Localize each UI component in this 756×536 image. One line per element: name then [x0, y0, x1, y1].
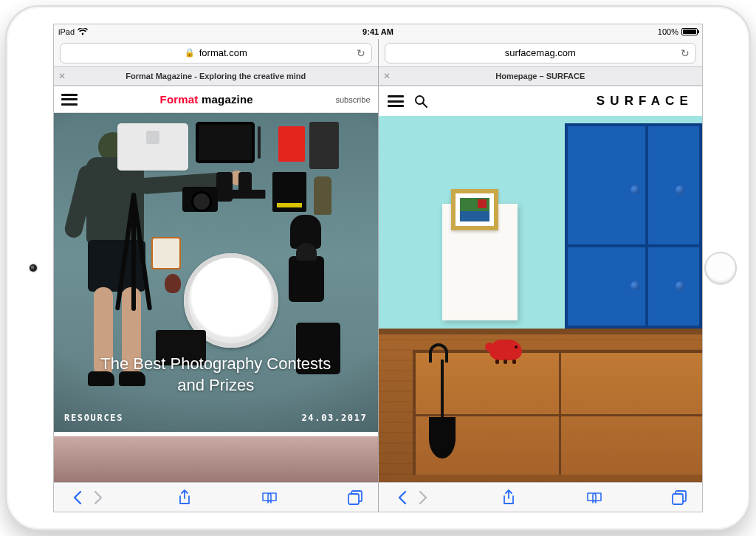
share-icon[interactable] [498, 489, 520, 506]
ipad-device-frame: iPad 9:41 AM 100% 🔒 format.com ↻ [5, 5, 751, 531]
bookmarks-icon[interactable] [258, 491, 281, 504]
site-logo[interactable]: Format magazine [78, 93, 335, 106]
battery-icon [681, 28, 698, 35]
menu-icon[interactable] [61, 94, 78, 106]
hero-cabinet [565, 123, 702, 329]
hero-category: RESOURCES [64, 413, 123, 423]
status-bar: iPad 9:41 AM 100% [54, 24, 702, 39]
back-icon[interactable] [66, 490, 88, 505]
brand-accent: Format [160, 93, 199, 106]
clock: 9:41 AM [362, 27, 394, 36]
back-icon[interactable] [391, 490, 413, 505]
reload-icon[interactable]: ↻ [681, 47, 690, 59]
safari-toolbar [379, 482, 703, 512]
url-host: format.com [199, 47, 247, 58]
home-button[interactable] [704, 252, 737, 284]
site-logo[interactable]: SURFACE [597, 94, 693, 109]
svg-rect-1 [348, 494, 359, 504]
wifi-icon [78, 28, 88, 35]
safari-pane-right: surfacemag.com ↻ ✕ Homepage – SURFACE SU… [379, 39, 703, 512]
close-tab-icon[interactable]: ✕ [379, 71, 395, 81]
safari-pane-left: 🔒 format.com ↻ ✕ Format Magazine - Explo… [54, 39, 378, 512]
safari-toolbar [54, 482, 378, 512]
front-camera [30, 264, 37, 272]
hero-framed-art [451, 189, 498, 230]
search-icon[interactable] [414, 95, 427, 108]
reload-icon[interactable]: ↻ [357, 47, 365, 59]
hero-image[interactable] [379, 116, 703, 482]
split-view: 🔒 format.com ↻ ✕ Format Magazine - Explo… [54, 39, 702, 512]
webpage-format[interactable]: Format magazine subscribe [54, 86, 378, 482]
hero-article[interactable]: The Best Photography Contests and Prizes… [54, 113, 378, 432]
bookmarks-icon[interactable] [583, 491, 605, 504]
tab-title[interactable]: Homepage – SURFACE [395, 72, 703, 80]
brand-rest: magazine [202, 93, 253, 106]
forward-icon [88, 490, 110, 505]
url-field[interactable]: 🔒 format.com ↻ [60, 43, 372, 63]
next-article-peek[interactable] [54, 436, 378, 482]
url-host: surfacemag.com [505, 47, 576, 58]
address-bar: surfacemag.com ↻ [379, 39, 703, 67]
hero-date: 24.03.2017 [301, 413, 367, 423]
hero-overlay: The Best Photography Contests and Prizes… [54, 343, 378, 432]
site-header: Format magazine subscribe [54, 86, 378, 113]
carrier-label: iPad [58, 27, 75, 36]
url-field[interactable]: surfacemag.com ↻ [385, 43, 697, 63]
svg-line-3 [423, 103, 427, 107]
hero-credenza [413, 350, 703, 475]
svg-rect-5 [673, 494, 683, 504]
menu-icon[interactable] [388, 95, 404, 107]
tabs-icon[interactable] [668, 490, 690, 505]
forward-icon [413, 490, 435, 505]
battery-percent: 100% [658, 27, 678, 36]
tab-bar: ✕ Format Magazine - Exploring the creati… [54, 67, 378, 86]
hero-wainscot [379, 329, 703, 334]
share-icon[interactable] [173, 489, 196, 506]
screen: iPad 9:41 AM 100% 🔒 format.com ↻ [53, 24, 703, 512]
hero-title: The Best Photography Contests and Prizes [64, 353, 368, 413]
tabs-icon[interactable] [344, 490, 366, 505]
lock-icon: 🔒 [185, 48, 195, 58]
tab-bar: ✕ Homepage – SURFACE [379, 67, 703, 86]
close-tab-icon[interactable]: ✕ [54, 71, 70, 81]
site-header: SURFACE [379, 86, 703, 116]
hero-umbrella [422, 343, 454, 454]
webpage-surface[interactable]: SURFACE [379, 86, 703, 482]
hero-piggy-object [489, 340, 522, 360]
subscribe-link[interactable]: subscribe [335, 95, 370, 104]
tab-title[interactable]: Format Magazine - Exploring the creative… [70, 72, 378, 80]
address-bar: 🔒 format.com ↻ [54, 39, 378, 67]
